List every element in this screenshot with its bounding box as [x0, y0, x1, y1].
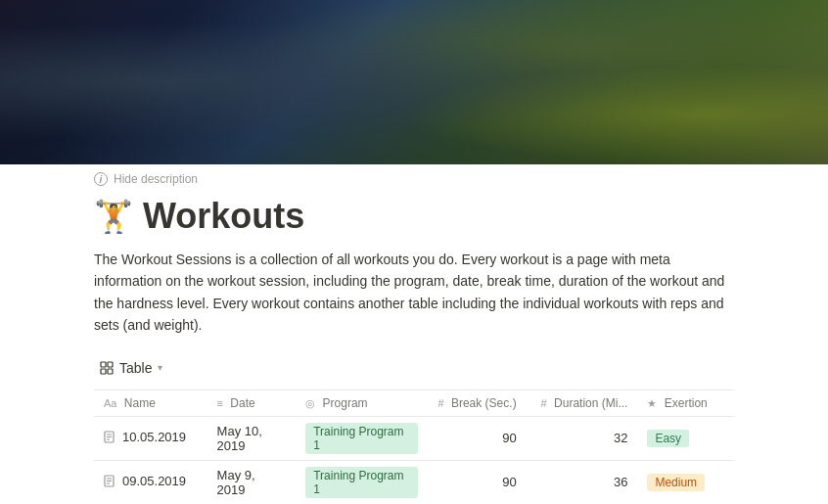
- col-exertion-label: Exertion: [665, 396, 708, 410]
- col-header-duration[interactable]: # Duration (Mi...: [527, 389, 638, 416]
- program-tag: Training Program 1: [305, 467, 418, 498]
- cell-exertion: Easy: [637, 416, 734, 460]
- workouts-table: Aa Name ≡ Date ◎ Program # Break (Sec.) …: [94, 389, 734, 504]
- svg-rect-0: [101, 362, 106, 367]
- cell-break: 90: [428, 460, 526, 504]
- exertion-tag: Medium: [647, 474, 705, 491]
- cell-break: 90: [428, 416, 526, 460]
- col-header-date[interactable]: ≡ Date: [207, 389, 297, 416]
- col-date-label: Date: [230, 396, 254, 410]
- col-duration-label: Duration (Mi...: [554, 396, 627, 410]
- exertion-tag: Easy: [647, 430, 689, 447]
- cell-duration: 32: [527, 416, 638, 460]
- doc-icon: 10.05.2019: [104, 430, 186, 444]
- table-row[interactable]: 09.05.2019May 9, 2019Training Program 19…: [94, 460, 734, 504]
- page-title: Workouts: [143, 196, 304, 237]
- program-tag: Training Program 1: [305, 423, 418, 454]
- svg-rect-3: [108, 369, 113, 374]
- program-col-icon: ◎: [305, 397, 315, 409]
- col-header-program[interactable]: ◎ Program: [296, 389, 428, 416]
- cell-date: May 10, 2019: [207, 416, 297, 460]
- doc-icon: 09.05.2019: [104, 474, 186, 488]
- svg-rect-1: [108, 362, 113, 367]
- table-toggle-row: Table ▾: [94, 356, 734, 380]
- table-header-row: Aa Name ≡ Date ◎ Program # Break (Sec.) …: [94, 389, 734, 416]
- col-name-label: Name: [124, 396, 156, 410]
- page-icon: [104, 431, 116, 443]
- break-col-icon: #: [437, 397, 443, 409]
- cell-program: Training Program 1: [296, 416, 428, 460]
- page-icon: [104, 475, 116, 487]
- duration-col-icon: #: [541, 397, 547, 409]
- exertion-col-icon: ★: [647, 397, 657, 409]
- page-emoji: 🏋️: [94, 198, 133, 235]
- table-toggle-button[interactable]: Table ▾: [94, 356, 168, 380]
- hero-image: [0, 0, 828, 164]
- cell-name[interactable]: 10.05.2019: [94, 416, 207, 460]
- page-description: The Workout Sessions is a collection of …: [94, 249, 734, 337]
- date-col-icon: ≡: [217, 397, 223, 409]
- table-label: Table: [119, 360, 152, 376]
- col-break-label: Break (Sec.): [451, 396, 517, 410]
- table-icon: [100, 361, 114, 375]
- col-header-exertion[interactable]: ★ Exertion: [637, 389, 734, 416]
- cell-date: May 9, 2019: [207, 460, 297, 504]
- table-row[interactable]: 10.05.2019May 10, 2019Training Program 1…: [94, 416, 734, 460]
- col-header-break[interactable]: # Break (Sec.): [428, 389, 526, 416]
- cell-name[interactable]: 09.05.2019: [94, 460, 207, 504]
- cell-exertion: Medium: [637, 460, 734, 504]
- col-program-label: Program: [323, 396, 368, 410]
- svg-rect-2: [101, 369, 106, 374]
- col-header-name[interactable]: Aa Name: [94, 389, 207, 416]
- title-row: 🏋️ Workouts: [94, 196, 734, 237]
- hide-description-row: i Hide description: [94, 164, 734, 192]
- cell-program: Training Program 1: [296, 460, 428, 504]
- hide-description-label[interactable]: Hide description: [114, 172, 198, 186]
- name-col-icon: Aa: [104, 397, 116, 409]
- chevron-down-icon: ▾: [158, 362, 162, 373]
- cell-duration: 36: [527, 460, 638, 504]
- info-icon: i: [94, 172, 108, 186]
